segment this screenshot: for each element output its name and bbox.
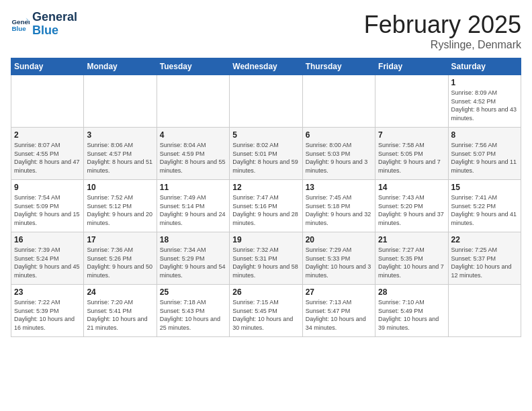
day-cell: 21Sunrise: 7:27 AM Sunset: 5:35 PM Dayli…	[375, 232, 448, 285]
day-info: Sunrise: 8:07 AM Sunset: 4:55 PM Dayligh…	[14, 141, 81, 175]
day-number: 18	[160, 235, 226, 244]
day-info: Sunrise: 7:15 AM Sunset: 5:45 PM Dayligh…	[232, 298, 299, 332]
location: Ryslinge, Denmark	[364, 39, 521, 51]
title-block: February 2025 Ryslinge, Denmark	[364, 11, 521, 51]
week-row-3: 9Sunrise: 7:54 AM Sunset: 5:09 PM Daylig…	[11, 180, 521, 232]
week-row-4: 16Sunrise: 7:39 AM Sunset: 5:24 PM Dayli…	[11, 232, 521, 285]
day-info: Sunrise: 8:06 AM Sunset: 4:57 PM Dayligh…	[87, 141, 153, 175]
day-info: Sunrise: 8:00 AM Sunset: 5:03 PM Dayligh…	[306, 141, 372, 175]
day-info: Sunrise: 7:22 AM Sunset: 5:39 PM Dayligh…	[14, 298, 81, 332]
day-number: 24	[87, 287, 153, 297]
day-cell: 14Sunrise: 7:43 AM Sunset: 5:20 PM Dayli…	[375, 180, 448, 232]
day-info: Sunrise: 7:36 AM Sunset: 5:26 PM Dayligh…	[87, 246, 153, 279]
weekday-header-wednesday: Wednesday	[230, 58, 302, 75]
day-cell	[448, 285, 521, 337]
day-number: 1	[451, 78, 518, 87]
week-row-5: 23Sunrise: 7:22 AM Sunset: 5:39 PM Dayli…	[11, 285, 521, 337]
day-cell: 5Sunrise: 8:02 AM Sunset: 5:01 PM Daylig…	[230, 128, 302, 180]
day-cell: 1Sunrise: 8:09 AM Sunset: 4:52 PM Daylig…	[448, 75, 521, 128]
day-number: 28	[378, 287, 445, 297]
day-cell: 16Sunrise: 7:39 AM Sunset: 5:24 PM Dayli…	[11, 232, 84, 285]
day-cell: 3Sunrise: 8:06 AM Sunset: 4:57 PM Daylig…	[84, 128, 157, 180]
day-number: 7	[378, 130, 445, 140]
day-number: 26	[232, 287, 299, 297]
weekday-header-tuesday: Tuesday	[157, 58, 229, 75]
day-info: Sunrise: 7:18 AM Sunset: 5:43 PM Dayligh…	[160, 298, 226, 332]
day-number: 12	[232, 183, 299, 192]
day-number: 13	[306, 183, 372, 192]
day-cell: 2Sunrise: 8:07 AM Sunset: 4:55 PM Daylig…	[11, 128, 84, 180]
day-number: 6	[306, 130, 372, 140]
logo-general: General	[32, 11, 77, 24]
day-number: 25	[160, 287, 226, 297]
day-info: Sunrise: 7:49 AM Sunset: 5:14 PM Dayligh…	[160, 193, 226, 227]
day-number: 3	[87, 130, 153, 140]
week-row-2: 2Sunrise: 8:07 AM Sunset: 4:55 PM Daylig…	[11, 128, 521, 180]
day-info: Sunrise: 7:52 AM Sunset: 5:12 PM Dayligh…	[87, 193, 153, 227]
day-cell: 28Sunrise: 7:10 AM Sunset: 5:49 PM Dayli…	[375, 285, 448, 337]
day-number: 8	[451, 130, 518, 140]
day-cell: 7Sunrise: 7:58 AM Sunset: 5:05 PM Daylig…	[375, 128, 448, 180]
day-number: 21	[378, 235, 445, 244]
weekday-header-thursday: Thursday	[302, 58, 375, 75]
day-info: Sunrise: 8:04 AM Sunset: 4:59 PM Dayligh…	[160, 141, 226, 175]
weekday-header-monday: Monday	[84, 58, 157, 75]
day-cell: 17Sunrise: 7:36 AM Sunset: 5:26 PM Dayli…	[84, 232, 157, 285]
day-info: Sunrise: 7:47 AM Sunset: 5:16 PM Dayligh…	[232, 193, 299, 227]
day-cell: 12Sunrise: 7:47 AM Sunset: 5:16 PM Dayli…	[230, 180, 302, 232]
day-info: Sunrise: 7:41 AM Sunset: 5:22 PM Dayligh…	[451, 193, 518, 227]
day-info: Sunrise: 7:45 AM Sunset: 5:18 PM Dayligh…	[306, 193, 372, 227]
day-info: Sunrise: 7:34 AM Sunset: 5:29 PM Dayligh…	[160, 246, 226, 279]
day-info: Sunrise: 7:56 AM Sunset: 5:07 PM Dayligh…	[451, 141, 518, 175]
day-info: Sunrise: 7:29 AM Sunset: 5:33 PM Dayligh…	[306, 246, 372, 279]
day-number: 20	[306, 235, 372, 244]
day-cell: 4Sunrise: 8:04 AM Sunset: 4:59 PM Daylig…	[157, 128, 229, 180]
day-cell: 26Sunrise: 7:15 AM Sunset: 5:45 PM Dayli…	[230, 285, 302, 337]
day-cell: 20Sunrise: 7:29 AM Sunset: 5:33 PM Dayli…	[302, 232, 375, 285]
day-cell: 6Sunrise: 8:00 AM Sunset: 5:03 PM Daylig…	[302, 128, 375, 180]
day-number: 9	[14, 183, 81, 192]
day-number: 17	[87, 235, 153, 244]
day-info: Sunrise: 8:02 AM Sunset: 5:01 PM Dayligh…	[232, 141, 299, 175]
day-number: 5	[232, 130, 299, 140]
day-info: Sunrise: 7:20 AM Sunset: 5:41 PM Dayligh…	[87, 298, 153, 332]
day-number: 10	[87, 183, 153, 192]
weekday-header-friday: Friday	[375, 58, 448, 75]
day-number: 15	[451, 183, 518, 192]
day-cell: 8Sunrise: 7:56 AM Sunset: 5:07 PM Daylig…	[448, 128, 521, 180]
day-cell: 18Sunrise: 7:34 AM Sunset: 5:29 PM Dayli…	[157, 232, 229, 285]
day-cell: 13Sunrise: 7:45 AM Sunset: 5:18 PM Dayli…	[302, 180, 375, 232]
day-number: 22	[451, 235, 518, 244]
day-number: 16	[14, 235, 81, 244]
day-info: Sunrise: 7:10 AM Sunset: 5:49 PM Dayligh…	[378, 298, 445, 332]
day-cell: 22Sunrise: 7:25 AM Sunset: 5:37 PM Dayli…	[448, 232, 521, 285]
calendar-table: SundayMondayTuesdayWednesdayThursdayFrid…	[11, 58, 521, 337]
day-cell: 23Sunrise: 7:22 AM Sunset: 5:39 PM Dayli…	[11, 285, 84, 337]
day-number: 2	[14, 130, 81, 140]
day-info: Sunrise: 7:58 AM Sunset: 5:05 PM Dayligh…	[378, 141, 445, 175]
logo-blue: Blue	[32, 24, 77, 38]
day-number: 23	[14, 287, 81, 297]
day-cell	[11, 75, 84, 128]
day-cell: 25Sunrise: 7:18 AM Sunset: 5:43 PM Dayli…	[157, 285, 229, 337]
weekday-header-saturday: Saturday	[448, 58, 521, 75]
day-number: 19	[232, 235, 299, 244]
day-info: Sunrise: 7:32 AM Sunset: 5:31 PM Dayligh…	[232, 246, 299, 279]
page-header: General Blue General Blue February 2025 …	[11, 11, 521, 51]
day-cell: 19Sunrise: 7:32 AM Sunset: 5:31 PM Dayli…	[230, 232, 302, 285]
day-cell	[302, 75, 375, 128]
day-info: Sunrise: 7:13 AM Sunset: 5:47 PM Dayligh…	[306, 298, 372, 332]
svg-text:Blue: Blue	[11, 25, 26, 32]
weekday-header-row: SundayMondayTuesdayWednesdayThursdayFrid…	[11, 58, 521, 75]
day-number: 11	[160, 183, 226, 192]
day-number: 14	[378, 183, 445, 192]
month-title: February 2025	[364, 11, 521, 39]
day-info: Sunrise: 7:25 AM Sunset: 5:37 PM Dayligh…	[451, 246, 518, 279]
day-cell	[230, 75, 302, 128]
logo-icon: General Blue	[11, 15, 30, 34]
weekday-header-sunday: Sunday	[11, 58, 84, 75]
day-cell: 24Sunrise: 7:20 AM Sunset: 5:41 PM Dayli…	[84, 285, 157, 337]
day-cell: 11Sunrise: 7:49 AM Sunset: 5:14 PM Dayli…	[157, 180, 229, 232]
logo: General Blue General Blue	[11, 11, 77, 38]
day-cell: 15Sunrise: 7:41 AM Sunset: 5:22 PM Dayli…	[448, 180, 521, 232]
